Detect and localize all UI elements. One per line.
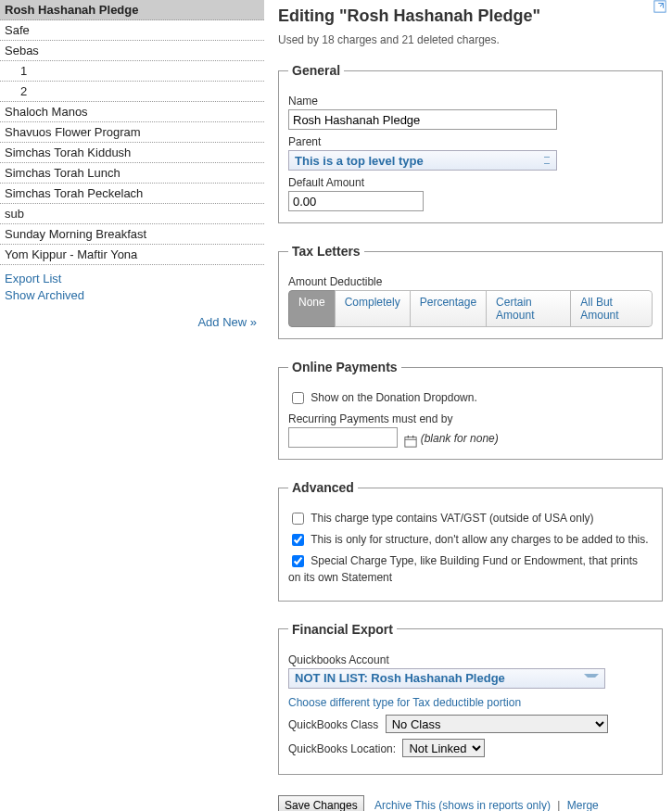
qb-account-select[interactable]: NOT IN LIST: Rosh Hashanah Pledge <box>288 668 605 689</box>
sidebar-item[interactable]: Yom Kippur - Maftir Yona <box>0 245 264 265</box>
tax-letters-legend: Tax Letters <box>288 244 364 259</box>
action-bar: Save Changes Archive This (shows in repo… <box>278 795 663 811</box>
advanced-fieldset: Advanced This charge type contains VAT/G… <box>278 480 663 602</box>
financial-export-legend: Financial Export <box>288 622 397 637</box>
default-amount-label: Default Amount <box>288 176 653 189</box>
sidebar-item[interactable]: Simchas Torah Lunch <box>0 163 264 184</box>
sidebar-item[interactable]: Simchas Torah Kiddush <box>0 143 264 163</box>
sidebar-item[interactable]: 2 <box>0 82 264 102</box>
qb-account-label: Quickbooks Account <box>288 653 653 666</box>
deductible-option[interactable]: All But Amount <box>570 290 653 327</box>
recurring-end-label: Recurring Payments must end by <box>288 412 653 425</box>
add-new-link[interactable]: Add New » <box>197 315 257 329</box>
svg-rect-1 <box>405 437 416 448</box>
general-fieldset: General Name Parent This is a top level … <box>278 63 663 223</box>
sidebar-item[interactable]: 1 <box>0 61 264 82</box>
deductible-segmented: NoneCompletelyPercentageCertain AmountAl… <box>288 290 653 327</box>
deductible-option[interactable]: Certain Amount <box>486 290 571 327</box>
default-amount-input[interactable] <box>288 191 424 211</box>
parent-select-value: This is a top level type <box>295 154 424 168</box>
calendar-icon[interactable] <box>404 435 417 448</box>
blank-hint: (blank for none) <box>421 432 499 445</box>
qb-location-select[interactable]: Not Linked <box>402 739 485 757</box>
tax-letters-fieldset: Tax Letters Amount Deductible NoneComple… <box>278 244 663 339</box>
sidebar-item[interactable]: Rosh Hashanah Pledge <box>0 0 264 20</box>
archive-link[interactable]: Archive This (shows in reports only) <box>374 799 551 811</box>
structure-only-checkbox[interactable] <box>292 534 304 546</box>
online-payments-legend: Online Payments <box>288 360 401 374</box>
merge-link[interactable]: Merge <box>567 799 599 811</box>
sidebar-item[interactable]: Sebas <box>0 41 264 61</box>
sidebar-item[interactable]: Safe <box>0 20 264 41</box>
sidebar-item[interactable]: sub <box>0 204 264 224</box>
deductible-option[interactable]: Completely <box>335 290 411 327</box>
sidebar-item[interactable]: Simchas Torah Peckelach <box>0 184 264 204</box>
usage-subtitle: Used by 18 charges and 21 deleted charge… <box>278 33 663 46</box>
sidebar-item[interactable]: Shaloch Manos <box>0 102 264 122</box>
qb-class-select[interactable]: No Class <box>386 715 608 733</box>
show-donation-checkbox[interactable] <box>292 392 304 404</box>
special-charge-checkbox[interactable] <box>292 555 304 567</box>
parent-select[interactable]: This is a top level type <box>288 150 557 171</box>
page-title: Editing "Rosh Hashanah Pledge" <box>278 6 663 26</box>
choose-tax-type-link[interactable]: Choose different type for Tax deductible… <box>288 696 653 709</box>
amount-deductible-label: Amount Deductible <box>288 275 653 288</box>
deductible-option[interactable]: Percentage <box>410 290 487 327</box>
general-legend: General <box>288 63 344 78</box>
deductible-option[interactable]: None <box>288 290 336 327</box>
vat-label: This charge type contains VAT/GST (outsi… <box>311 512 593 525</box>
name-input[interactable] <box>288 109 557 130</box>
parent-label: Parent <box>288 135 653 148</box>
structure-only-label: This is only for structure, don't allow … <box>311 533 648 546</box>
vat-checkbox[interactable] <box>292 513 304 525</box>
financial-export-fieldset: Financial Export Quickbooks Account NOT … <box>278 622 663 775</box>
show-donation-label: Show on the Donation Dropdown. <box>311 391 476 404</box>
qb-account-value: NOT IN LIST: Rosh Hashanah Pledge <box>295 671 505 685</box>
recurring-end-input[interactable] <box>288 427 398 448</box>
qb-class-label: QuickBooks Class <box>288 718 378 731</box>
separator: | <box>557 799 563 811</box>
export-list-link[interactable]: Export List <box>5 272 61 285</box>
sidebar: Rosh Hashanah PledgeSafeSebas12Shaloch M… <box>0 0 264 811</box>
special-charge-label: Special Charge Type, like Building Fund … <box>288 554 638 584</box>
sidebar-item[interactable]: Sunday Morning Breakfast <box>0 224 264 245</box>
name-label: Name <box>288 95 653 108</box>
expand-icon[interactable] <box>653 0 666 13</box>
show-archived-link[interactable]: Show Archived <box>5 288 84 302</box>
main-panel: Editing "Rosh Hashanah Pledge" Used by 1… <box>264 0 672 811</box>
sidebar-item[interactable]: Shavuos Flower Program <box>0 122 264 143</box>
qb-location-label: QuickBooks Location: <box>288 742 396 755</box>
save-button[interactable]: Save Changes <box>278 795 364 811</box>
advanced-legend: Advanced <box>288 480 358 495</box>
online-payments-fieldset: Online Payments Show on the Donation Dro… <box>278 360 663 460</box>
